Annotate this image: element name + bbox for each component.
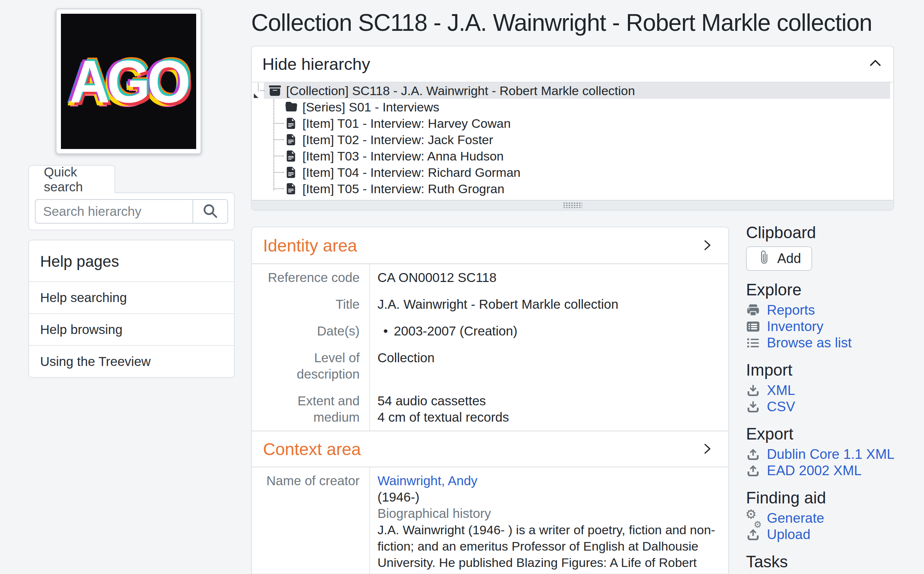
gears-icon: ⚙⚙ bbox=[746, 511, 760, 525]
caret-open-icon[interactable] bbox=[253, 87, 260, 94]
extent-line-2: 4 cm of textual records bbox=[377, 409, 717, 426]
inventory-link-label: Inventory bbox=[767, 319, 823, 334]
browse-as-list-link-label: Browse as list bbox=[767, 335, 851, 351]
tree-line bbox=[273, 139, 284, 140]
file-text-icon bbox=[285, 117, 297, 129]
hide-hierarchy-toggle[interactable]: Hide hierarchy bbox=[252, 46, 893, 82]
tree-node-item-t02[interactable]: [Item] T02 - Interview: Jack Foster bbox=[252, 131, 893, 148]
upload-link-label: Upload bbox=[767, 527, 810, 542]
grip-icon bbox=[563, 202, 582, 208]
search-input[interactable] bbox=[36, 200, 192, 223]
link-generate-finding-aid[interactable]: ⚙⚙ Generate bbox=[746, 510, 921, 527]
ago-logo-text: AGO bbox=[69, 47, 188, 116]
hierarchy-panel: Hide hierarchy [Collection] SC118 - J.A.… bbox=[251, 46, 894, 210]
add-button-label: Add bbox=[777, 251, 801, 266]
biographical-history-text: J.A. Wainwright (1946- ) is a writer of … bbox=[377, 522, 717, 574]
link-inventory[interactable]: Inventory bbox=[746, 319, 921, 335]
tree-node-item-t03[interactable]: [Item] T03 - Interview: Anna Hudson bbox=[252, 148, 893, 164]
link-export-dublin-core[interactable]: Dublin Core 1.1 XML bbox=[746, 446, 921, 462]
tree-node-label: [Item] T02 - Interview: Jack Foster bbox=[303, 132, 493, 147]
search-button[interactable] bbox=[192, 200, 227, 223]
paperclip-icon bbox=[757, 250, 771, 268]
page-title: Collection SC118 - J.A. Wainwright - Rob… bbox=[251, 9, 905, 36]
section-context-area[interactable]: Context area bbox=[252, 430, 728, 467]
extent-line-1: 54 audio cassettes bbox=[377, 393, 717, 409]
field-row-level: Level of description Collection bbox=[252, 344, 728, 388]
field-row-dates: Date(s) • 2003-2007 (Creation) bbox=[252, 318, 728, 344]
identity-area-heading: Identity area bbox=[263, 235, 357, 255]
field-row-extent: Extent and medium 54 audio cassettes 4 c… bbox=[252, 388, 728, 430]
download-icon bbox=[746, 400, 760, 414]
file-text-icon bbox=[285, 166, 297, 178]
tree-node-label: [Series] S01 - Interviews bbox=[303, 100, 439, 114]
import-csv-link-label: CSV bbox=[767, 399, 795, 415]
tree-line bbox=[273, 156, 284, 156]
section-identity-area[interactable]: Identity area bbox=[252, 227, 728, 263]
export-heading: Export bbox=[746, 425, 921, 443]
link-import-xml[interactable]: XML bbox=[746, 382, 921, 399]
tree-node-collection[interactable]: [Collection] SC118 - J.A. Wainwright - R… bbox=[264, 82, 890, 99]
export-ead-link-label: EAD 2002 XML bbox=[767, 463, 862, 478]
context-sidebar: Clipboard Add Explore Reports bbox=[746, 223, 921, 571]
field-label: Title bbox=[252, 296, 369, 312]
tree-node-item-t04[interactable]: [Item] T04 - Interview: Richard Gorman bbox=[252, 164, 893, 181]
quick-search-panel bbox=[28, 192, 235, 230]
clipboard-add-button[interactable]: Add bbox=[746, 246, 812, 271]
link-reports[interactable]: Reports bbox=[746, 302, 921, 319]
upload-icon bbox=[746, 464, 760, 478]
reports-link-label: Reports bbox=[767, 303, 815, 318]
field-value: Collection bbox=[369, 350, 728, 382]
field-value: Wainwright, Andy (1946-) Biographical hi… bbox=[369, 473, 728, 574]
field-value: J.A. Wainwright - Robert Markle collecti… bbox=[369, 296, 728, 312]
field-row-title: Title J.A. Wainwright - Robert Markle co… bbox=[252, 291, 728, 318]
chevron-up-icon bbox=[869, 55, 882, 74]
tree-node-label: [Collection] SC118 - J.A. Wainwright - R… bbox=[286, 84, 635, 98]
bullet-icon: • bbox=[377, 323, 394, 339]
tree-node-item-t05[interactable]: [Item] T05 - Interview: Ruth Grogran bbox=[252, 181, 893, 197]
tree-node-label: [Item] T01 - Interview: Harvey Cowan bbox=[303, 116, 511, 131]
context-area-heading: Context area bbox=[263, 439, 361, 459]
tree-node-label: [Item] T05 - Interview: Ruth Grogran bbox=[303, 182, 505, 196]
finding-aid-links: ⚙⚙ Generate Upload bbox=[746, 510, 921, 543]
folder-icon bbox=[285, 101, 297, 113]
tree-node-series[interactable]: [Series] S01 - Interviews bbox=[252, 99, 893, 115]
hierarchy-tree: [Collection] SC118 - J.A. Wainwright - R… bbox=[252, 82, 893, 200]
export-dublin-core-link-label: Dublin Core 1.1 XML bbox=[767, 446, 894, 462]
help-item-searching[interactable]: Help searching bbox=[29, 281, 234, 313]
tree-resize-handle[interactable] bbox=[252, 200, 893, 210]
link-upload-finding-aid[interactable]: Upload bbox=[746, 527, 921, 543]
field-divider bbox=[369, 264, 370, 430]
tree-line bbox=[260, 90, 265, 91]
field-label: Extent and medium bbox=[252, 393, 369, 426]
field-divider bbox=[369, 467, 370, 574]
inventory-icon bbox=[746, 320, 760, 334]
tree-line bbox=[273, 172, 284, 173]
import-xml-link-label: XML bbox=[767, 383, 795, 398]
ago-logo: AGO bbox=[56, 9, 201, 154]
help-item-treeview[interactable]: Using the Treeview bbox=[29, 345, 234, 377]
clipboard-heading: Clipboard bbox=[746, 223, 921, 242]
link-browse-as-list[interactable]: Browse as list bbox=[746, 335, 921, 351]
field-label: Name of creator bbox=[252, 473, 369, 574]
link-export-ead[interactable]: EAD 2002 XML bbox=[746, 462, 921, 479]
tree-line bbox=[273, 123, 284, 124]
export-links: Dublin Core 1.1 XML EAD 2002 XML bbox=[746, 446, 921, 479]
help-pages-panel: Help pages Help searching Help browsing … bbox=[28, 240, 235, 378]
tab-quick-search[interactable]: Quick search bbox=[28, 165, 115, 193]
description-panel: Identity area Reference code CA ON00012 … bbox=[251, 227, 729, 574]
file-text-icon bbox=[285, 150, 297, 162]
bio-history-label: Biographical history bbox=[377, 505, 717, 522]
creator-dates: (1946-) bbox=[377, 489, 717, 505]
field-row-creator: Name of creator Wainwright, Andy (1946-)… bbox=[252, 467, 728, 574]
context-fields: Name of creator Wainwright, Andy (1946-)… bbox=[252, 467, 728, 574]
date-value: 2003-2007 (Creation) bbox=[394, 323, 517, 339]
archive-icon bbox=[269, 85, 281, 96]
search-icon bbox=[202, 203, 218, 220]
import-heading: Import bbox=[746, 361, 921, 379]
tree-node-item-t01[interactable]: [Item] T01 - Interview: Harvey Cowan bbox=[252, 115, 893, 131]
help-item-browsing[interactable]: Help browsing bbox=[29, 313, 234, 345]
tree-node-label: [Item] T03 - Interview: Anna Hudson bbox=[303, 149, 504, 164]
link-import-csv[interactable]: CSV bbox=[746, 399, 921, 415]
creator-link[interactable]: Wainwright, Andy bbox=[377, 473, 478, 488]
ago-logo-image: AGO bbox=[61, 14, 196, 149]
